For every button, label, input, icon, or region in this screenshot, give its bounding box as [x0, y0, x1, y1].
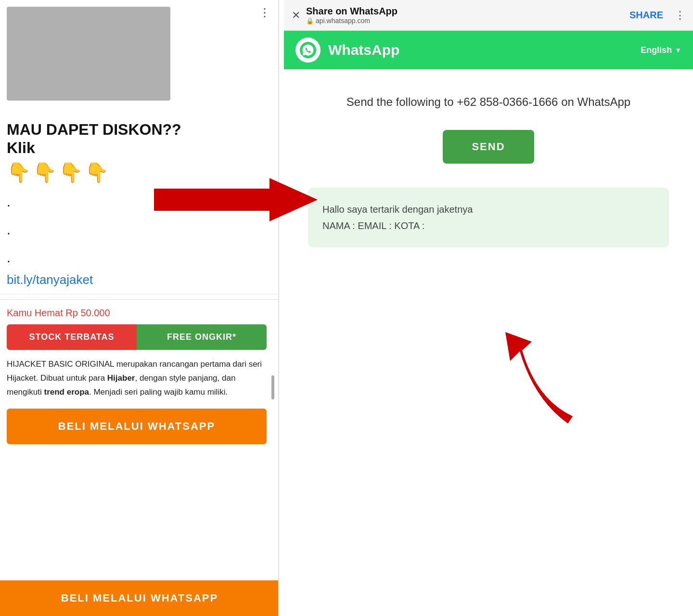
close-button[interactable]: ✕: [292, 10, 300, 21]
browser-bar: ✕ Share on WhatsApp 🔒 api.whatsapp.com S…: [284, 0, 693, 31]
bottom-sticky-bar: BELI MELALUI WHATSAPP: [0, 580, 279, 616]
message-preview-box: Hallo saya tertarik dengan jaketnya NAMA…: [308, 188, 669, 247]
title-line2: Klik: [7, 139, 35, 156]
browser-title: Share on WhatsApp: [306, 6, 624, 17]
share-button[interactable]: SHARE: [629, 10, 663, 21]
lock-icon: 🔒: [306, 17, 314, 25]
left-panel: ⋮ MAU DAPET DISKON?? Klik 👇👇👇👇 . . . bit…: [0, 0, 279, 616]
free-ongkir-badge: FREE ONGKIR*: [137, 324, 267, 350]
right-panel: ✕ Share on WhatsApp 🔒 api.whatsapp.com S…: [284, 0, 693, 616]
main-title: MAU DAPET DISKON?? Klik: [7, 120, 271, 157]
dot3: .: [7, 244, 271, 271]
referral-link[interactable]: bit.ly/tanyajaket: [7, 272, 271, 287]
stock-badge: STOCK TERBATAS: [7, 324, 137, 350]
whatsapp-header: WhatsApp English ▼: [284, 31, 693, 69]
left-bottom-section: Kamu Hemat Rp 50.000 STOCK TERBATAS FREE…: [0, 299, 278, 445]
bottom-bar-text[interactable]: BELI MELALUI WHATSAPP: [61, 592, 218, 604]
dots-menu-icon[interactable]: ⋮: [259, 6, 271, 19]
language-selector[interactable]: English ▼: [641, 45, 681, 55]
more-options-icon[interactable]: ⋮: [675, 9, 685, 22]
scrollbar-indicator[interactable]: [271, 375, 274, 399]
horizontal-arrow: [154, 178, 318, 221]
whatsapp-name: WhatsApp: [328, 42, 641, 58]
browser-url: 🔒 api.whatsapp.com: [306, 17, 624, 25]
browser-title-area: Share on WhatsApp 🔒 api.whatsapp.com: [306, 6, 624, 25]
message-line1: Hallo saya tertarik dengan jaketnya: [322, 204, 473, 215]
language-label: English: [641, 45, 672, 55]
savings-text: Kamu Hemat Rp 50.000: [7, 308, 271, 319]
whatsapp-content: Send the following to +62 858-0366-1666 …: [284, 69, 693, 262]
message-line2: NAMA : EMAIL : KOTA :: [322, 220, 424, 231]
title-line1: MAU DAPET DISKON??: [7, 121, 181, 138]
send-button[interactable]: SEND: [443, 130, 534, 164]
left-header-row: ⋮: [7, 6, 271, 19]
svg-marker-0: [154, 178, 318, 221]
chevron-down-icon: ▼: [675, 46, 681, 54]
product-image-placeholder: [7, 7, 170, 101]
beli-whatsapp-button[interactable]: BELI MELALUI WHATSAPP: [7, 409, 267, 444]
whatsapp-logo: [295, 38, 321, 63]
left-top-section: ⋮ MAU DAPET DISKON?? Klik 👇👇👇👇 . . . bit…: [0, 0, 278, 295]
url-text: api.whatsapp.com: [316, 17, 370, 25]
badge-row: STOCK TERBATAS FREE ONGKIR*: [7, 324, 267, 350]
send-to-text: Send the following to +62 858-0366-1666 …: [303, 93, 674, 111]
upward-arrow: [505, 322, 582, 428]
product-description: HIJACKET BASIC ORIGINAL merupakan rancan…: [7, 358, 267, 399]
